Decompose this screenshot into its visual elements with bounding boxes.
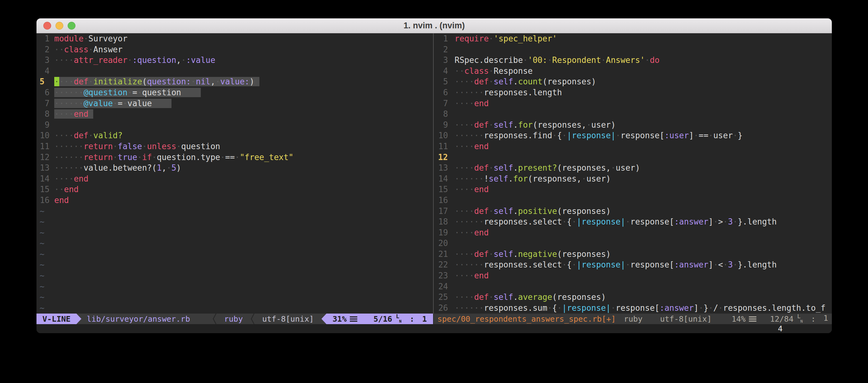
line-number: 12: [438, 152, 448, 163]
empty-buffer-line[interactable]: ~: [36, 238, 433, 249]
line-number: 8: [438, 109, 448, 119]
code-line[interactable]: 16: [434, 195, 832, 206]
line-number: 18: [438, 216, 448, 227]
code-line[interactable]: 13····def·self.present?(responses,·user): [434, 163, 832, 173]
code-line[interactable]: 1module·Surveyor: [36, 33, 433, 44]
visual-selection: ···def·initialize(question:·nil,·value:): [59, 77, 259, 86]
line-number: 5: [438, 76, 448, 87]
empty-buffer-line[interactable]: ~: [36, 292, 433, 303]
code-line[interactable]: 8····end: [36, 109, 433, 119]
line-number: 25: [438, 292, 448, 303]
code-line[interactable]: 19····end: [434, 227, 832, 238]
code-line[interactable]: 13······value.between?(1,·5): [36, 163, 433, 173]
code-line[interactable]: 24: [434, 281, 832, 292]
code-line[interactable]: 6······responses.length: [434, 87, 832, 98]
empty-buffer-line[interactable]: ~: [36, 303, 433, 314]
code-line[interactable]: 20: [434, 238, 832, 249]
line-number-icon: [797, 314, 805, 323]
tilde-marker: ~: [40, 227, 44, 238]
code-line[interactable]: 14······!self.for(responses,·user): [434, 173, 832, 184]
visual-selection: ······@value·=·value: [54, 99, 172, 108]
empty-buffer-line[interactable]: ~: [36, 281, 433, 292]
code-line[interactable]: 26······responses.sum·{·|response|·respo…: [434, 303, 832, 314]
line-number: 22: [438, 259, 448, 270]
code-line[interactable]: 16end: [36, 195, 433, 206]
file-path: lib/surveyor/answer.rb: [82, 314, 190, 324]
encoding-indicator: utf-8[unix]: [660, 314, 712, 324]
gap: [760, 314, 770, 324]
code-line[interactable]: 9: [36, 119, 433, 131]
code-line[interactable]: 11······return·false·unless·question: [36, 141, 433, 152]
empty-buffer-line[interactable]: ~: [36, 259, 433, 270]
code-line[interactable]: 7······@value·=·value: [36, 98, 433, 109]
lines-icon: [350, 316, 357, 322]
code-line[interactable]: 12······return·true·if·question.type·==·…: [36, 152, 433, 163]
line-number: 14: [438, 173, 448, 184]
line-number: 23: [438, 270, 448, 281]
left-pane: 1module·Surveyor2··class·Answer3····attr…: [36, 33, 433, 324]
code-line[interactable]: 6······@question·=·question: [36, 87, 433, 98]
code-line[interactable]: 3····attr_reader·:question,·:value: [36, 55, 433, 66]
powerline-arrow-icon: [321, 314, 327, 324]
code-line[interactable]: 8: [434, 109, 832, 119]
cursor-column: 1: [418, 314, 427, 323]
right-buffer-spec-rb[interactable]: 1require·'spec_helper'23RSpec.describe·'…: [434, 33, 832, 314]
left-buffer-answer-rb[interactable]: 1module·Surveyor2··class·Answer3····attr…: [36, 33, 433, 314]
zoom-button[interactable]: [68, 22, 75, 30]
line-number: 19: [438, 227, 448, 238]
empty-buffer-line[interactable]: ~: [36, 206, 433, 217]
code-line[interactable]: 25····def·self.average(responses): [434, 292, 832, 303]
line-number: 7: [438, 98, 448, 109]
empty-buffer-line[interactable]: ~: [36, 216, 433, 227]
code-line[interactable]: 15··end: [36, 184, 433, 195]
code-line[interactable]: 10······responses.find·{·|response|·resp…: [434, 130, 832, 141]
statusline-active: V-LINE lib/surveyor/answer.rb ruby utf-8…: [36, 314, 433, 324]
thin-separator-icon: [250, 314, 255, 324]
code-line[interactable]: 10····def·valid?: [36, 130, 433, 141]
line-number: 6: [40, 87, 50, 98]
code-line[interactable]: 23····end: [434, 270, 832, 281]
tilde-marker: ~: [40, 270, 44, 281]
close-button[interactable]: [43, 22, 51, 30]
code-line[interactable]: 4··class·Response: [434, 66, 832, 77]
tilde-marker: ~: [40, 238, 44, 249]
empty-buffer-line[interactable]: ~: [36, 227, 433, 238]
code-line[interactable]: 12: [434, 152, 832, 163]
line-number: 11: [40, 141, 50, 152]
line-number-icon: [396, 314, 403, 323]
code-line[interactable]: 2: [434, 44, 832, 55]
code-line[interactable]: 17····def·self.positive(responses): [434, 206, 832, 217]
window-title: 1. nvim . (nvim): [403, 21, 465, 31]
code-line[interactable]: 22······responses.select·{·|response|·re…: [434, 259, 832, 270]
code-line[interactable]: 1require·'spec_helper': [434, 33, 832, 44]
code-line[interactable]: 4: [36, 66, 433, 77]
line-number: 6: [438, 87, 448, 98]
code-line[interactable]: 9····def·self.for(responses,·user): [434, 119, 832, 131]
code-line[interactable]: 11····end: [434, 141, 832, 152]
tilde-marker: ~: [40, 259, 44, 270]
gap: [712, 314, 732, 324]
code-line[interactable]: 21····def·self.negative(responses): [434, 249, 832, 260]
filetype-indicator: ruby: [624, 314, 643, 324]
thin-separator-icon: [212, 314, 217, 324]
code-line[interactable]: 15····end: [434, 184, 832, 195]
line-number: 1: [40, 33, 50, 44]
code-line[interactable]: 14····end: [36, 173, 433, 184]
code-line[interactable]: 2··class·Answer: [36, 44, 433, 55]
encoding-indicator: utf-8[unix]: [255, 314, 321, 324]
line-number: 2: [438, 44, 448, 55]
code-line[interactable]: 3RSpec.describe·'00:·Respondent·Answers'…: [434, 55, 832, 66]
code-line[interactable]: 18······responses.select·{·|response|·re…: [434, 216, 832, 227]
traffic-light-buttons: [43, 19, 75, 33]
window-titlebar[interactable]: 1. nvim . (nvim): [36, 19, 832, 33]
empty-buffer-line[interactable]: ~: [36, 270, 433, 281]
code-line[interactable]: 5····def·initialize(question:·nil,·value…: [36, 76, 433, 87]
code-line[interactable]: 7····end: [434, 98, 832, 109]
code-line[interactable]: 5····def·self.count(responses): [434, 76, 832, 87]
statusline-spacer: [190, 314, 212, 324]
minimize-button[interactable]: [56, 22, 63, 30]
empty-buffer-line[interactable]: ~: [36, 249, 433, 260]
cursor-column: 1: [819, 314, 828, 324]
file-path-modified: spec/00_respondents_answers_spec.rb[+]: [437, 314, 616, 324]
line-number: 12: [40, 152, 50, 163]
